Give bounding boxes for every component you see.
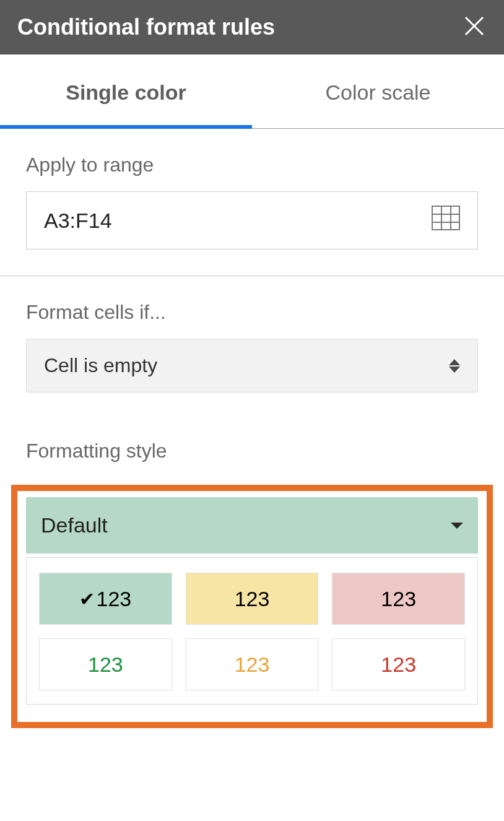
style-section: Formatting style [0, 415, 504, 485]
range-label: Apply to range [26, 154, 478, 176]
swatch-text: 123 [381, 587, 416, 611]
range-section: Apply to range A3:F14 [0, 129, 504, 272]
condition-value: Cell is empty [44, 354, 157, 377]
style-highlight-box: Default ✔ 123 123 123 123 123 123 [11, 485, 493, 728]
swatch-yellow-text[interactable]: 123 [186, 638, 319, 690]
swatch-red-text[interactable]: 123 [332, 638, 465, 690]
swatch-green-text[interactable]: 123 [39, 638, 172, 690]
select-arrows-icon [449, 359, 460, 373]
close-icon[interactable] [462, 14, 487, 41]
chevron-down-icon [451, 523, 463, 529]
style-default-select[interactable]: Default [26, 497, 478, 554]
style-label: Formatting style [26, 440, 478, 463]
swatch-red-bg[interactable]: 123 [332, 573, 465, 625]
svg-rect-2 [432, 206, 459, 230]
swatch-row-1: ✔ 123 123 123 [39, 573, 465, 625]
condition-label: Format cells if... [26, 301, 478, 324]
tab-color-scale[interactable]: Color scale [252, 54, 504, 128]
style-default-label: Default [41, 513, 108, 537]
style-swatch-dropdown: ✔ 123 123 123 123 123 123 [26, 557, 478, 705]
range-input[interactable]: A3:F14 [26, 191, 478, 250]
swatch-yellow-bg[interactable]: 123 [186, 573, 319, 625]
swatch-text: 123 [381, 653, 416, 677]
swatch-text: 123 [88, 653, 123, 677]
panel-title: Conditional format rules [17, 14, 275, 40]
condition-select[interactable]: Cell is empty [26, 339, 478, 393]
panel-header: Conditional format rules [0, 0, 504, 54]
tab-single-color[interactable]: Single color [0, 54, 252, 128]
swatch-row-2: 123 123 123 [39, 638, 465, 690]
check-icon: ✔ [79, 588, 95, 610]
grid-icon[interactable] [432, 206, 460, 235]
range-value: A3:F14 [44, 209, 112, 233]
swatch-green-bg[interactable]: ✔ 123 [39, 573, 172, 625]
tab-bar: Single color Color scale [0, 54, 504, 129]
swatch-text: 123 [96, 587, 131, 611]
swatch-text: 123 [235, 653, 270, 677]
swatch-text: 123 [235, 587, 270, 611]
condition-section: Format cells if... Cell is empty [0, 276, 504, 415]
